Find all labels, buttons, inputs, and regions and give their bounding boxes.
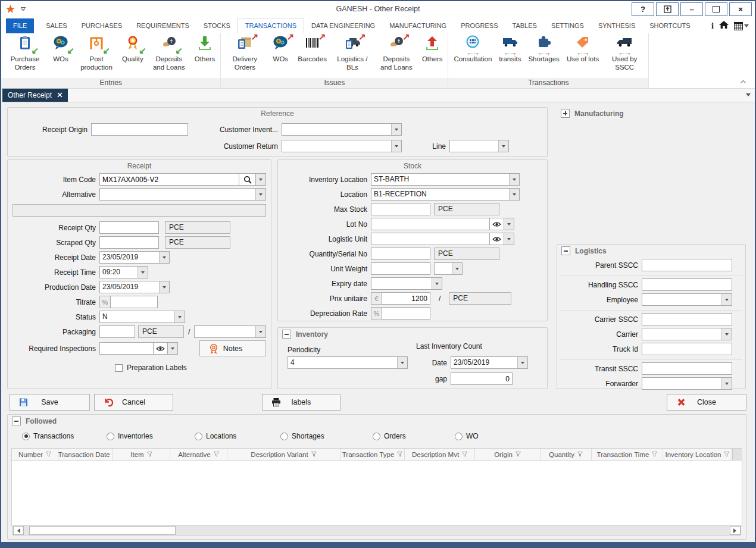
column-header-number[interactable]: Number <box>12 449 58 460</box>
ribbon-item-used-by-sscc[interactable]: ←→ Used by SSCC <box>602 35 646 71</box>
item-code-dropdown-icon[interactable] <box>256 173 266 186</box>
production-date-picker[interactable]: 23/05/2019 <box>99 281 170 293</box>
menu-tab-settings[interactable]: SETTINGS <box>544 18 591 33</box>
dropdown-icon[interactable] <box>452 263 462 274</box>
inspections-dropdown-icon[interactable] <box>168 342 178 355</box>
calculator-dropdown-icon[interactable] <box>744 24 749 30</box>
dropdown-icon[interactable] <box>391 140 401 152</box>
home-icon[interactable] <box>719 21 729 31</box>
line-combo[interactable] <box>449 140 509 152</box>
scraped-qty-input[interactable] <box>99 236 159 249</box>
scroll-left-button[interactable] <box>13 526 24 535</box>
menu-tab-transactions[interactable]: TRANSACTIONS <box>238 18 304 33</box>
dropdown-icon[interactable] <box>255 189 265 200</box>
employee-combo[interactable] <box>642 293 732 306</box>
ribbon-item-barcodes[interactable]: ↗ Barcodes <box>294 35 330 64</box>
tab-close-icon[interactable] <box>57 91 63 99</box>
scrollbar-track[interactable] <box>176 526 730 535</box>
dropdown-icon[interactable] <box>517 357 527 368</box>
tab-other-receipt[interactable]: Other Receipt <box>2 89 68 102</box>
view-lot-button[interactable] <box>490 218 504 230</box>
ribbon-item-consultation[interactable]: ←→ Consultation <box>450 35 495 64</box>
ribbon-item-post-production[interactable]: ↙ Post production <box>74 35 118 71</box>
ribbon-item-shortages[interactable]: ←→ Shortages <box>524 35 563 64</box>
table-body-empty[interactable] <box>11 461 742 526</box>
lot-dropdown-icon[interactable] <box>504 218 514 230</box>
packaging-qty-input[interactable] <box>99 325 135 338</box>
item-search-button[interactable] <box>239 173 256 186</box>
collapse-ribbon-icon[interactable] <box>740 77 746 86</box>
column-header-origin[interactable]: Origin <box>475 449 541 460</box>
dropdown-icon[interactable] <box>509 189 519 200</box>
menu-tab-progress[interactable]: PROGRESS <box>454 18 505 33</box>
gap-input[interactable] <box>451 372 513 385</box>
unit-weight-input[interactable] <box>371 262 430 275</box>
ribbon-item-transits[interactable]: ←→ transits <box>495 35 524 64</box>
calculator-icon[interactable] <box>734 22 749 30</box>
max-stock-input[interactable] <box>371 203 430 215</box>
unit-price-input[interactable] <box>382 292 430 305</box>
radio-inventories[interactable]: Inventories <box>107 432 153 440</box>
column-header-transaction-date[interactable]: Transaction Date <box>58 449 113 460</box>
column-header-inventory-location[interactable]: Inventory Location <box>663 449 732 460</box>
carrier-sscc-input[interactable] <box>642 313 732 325</box>
notes-button[interactable]: Notes <box>199 340 266 356</box>
depreciation-rate-input[interactable] <box>382 307 430 320</box>
ribbon-item-delivery-orders[interactable]: ↗ Delivery Orders <box>223 35 267 71</box>
dropdown-icon[interactable] <box>174 311 185 322</box>
dropdown-icon[interactable] <box>159 281 169 293</box>
minimize-button[interactable]: – <box>680 2 703 16</box>
info-icon[interactable]: i <box>711 21 714 31</box>
ribbon-item-others-entry[interactable]: Others <box>191 35 219 64</box>
dropdown-icon[interactable] <box>432 278 442 289</box>
receipt-origin-input[interactable] <box>91 123 188 136</box>
dropdown-icon[interactable] <box>721 328 732 340</box>
help-button[interactable]: ? <box>632 2 654 16</box>
column-header-description-mvt[interactable]: Description Mvt <box>405 449 475 460</box>
labels-button[interactable]: labels <box>262 394 340 411</box>
save-button[interactable]: Save <box>10 394 90 411</box>
collapse-logistics-button[interactable] <box>561 246 570 255</box>
ribbon-item-others-issue[interactable]: Others <box>418 35 446 64</box>
quick-access-dropdown-icon[interactable] <box>20 7 26 12</box>
ribbon-item-deposits-loans-issue[interactable]: ↗ Deposits and Loans <box>374 35 418 71</box>
ribbon-item-logistics-bls[interactable]: ↗ Logistics / BLs <box>330 35 374 71</box>
quantity-serial-input[interactable] <box>371 248 430 260</box>
dropdown-icon[interactable] <box>391 124 401 135</box>
menu-tab-data-engineering[interactable]: DATA ENGINEERING <box>304 18 382 33</box>
ribbon-item-wos-entry[interactable]: ↙ WOs <box>47 35 74 64</box>
item-code-input[interactable] <box>99 173 239 186</box>
required-inspections-input[interactable] <box>99 342 154 355</box>
customer-return-combo[interactable] <box>282 140 402 152</box>
view-inspections-button[interactable] <box>154 342 168 355</box>
menu-tab-file[interactable]: FILE <box>6 18 34 33</box>
carrier-combo[interactable] <box>642 328 732 340</box>
column-header-item[interactable]: Item <box>113 449 170 460</box>
menu-tab-requirements[interactable]: REQUIREMENTS <box>129 18 196 33</box>
last-count-date-picker[interactable]: 23/05/2019 <box>451 356 528 369</box>
preparation-labels-checkbox[interactable] <box>115 364 123 372</box>
expiry-date-picker[interactable] <box>371 277 442 290</box>
unit-weight-unit-combo[interactable] <box>434 262 463 275</box>
maximize-button[interactable] <box>705 2 727 16</box>
close-window-button[interactable]: × <box>729 2 752 16</box>
column-header-transaction-type[interactable]: Transaction Type <box>340 449 405 460</box>
dropdown-icon[interactable] <box>138 267 148 278</box>
logistic-unit-input[interactable] <box>371 233 490 245</box>
menu-tab-sales[interactable]: SALES <box>39 18 74 33</box>
titrate-input[interactable] <box>110 296 158 308</box>
tab-list-dropdown-icon[interactable] <box>746 93 751 99</box>
location-combo[interactable]: B1-RECEPTION <box>371 188 520 201</box>
ribbon-item-wos-issue[interactable]: ↗ WOs <box>267 35 294 64</box>
lot-no-input[interactable] <box>371 218 490 230</box>
scroll-right-button[interactable] <box>730 526 741 535</box>
inventory-location-combo[interactable]: ST-BARTH <box>371 173 520 186</box>
dropdown-icon[interactable] <box>498 140 508 152</box>
dropdown-icon[interactable] <box>255 326 265 337</box>
radio-transactions[interactable]: Transactions <box>22 432 74 440</box>
handling-sscc-input[interactable] <box>642 278 732 291</box>
column-header-alternative[interactable]: Alternative <box>170 449 227 460</box>
dropdown-icon[interactable] <box>397 357 407 368</box>
dropdown-icon[interactable] <box>509 174 519 185</box>
cancel-button[interactable]: Cancel <box>94 394 173 411</box>
